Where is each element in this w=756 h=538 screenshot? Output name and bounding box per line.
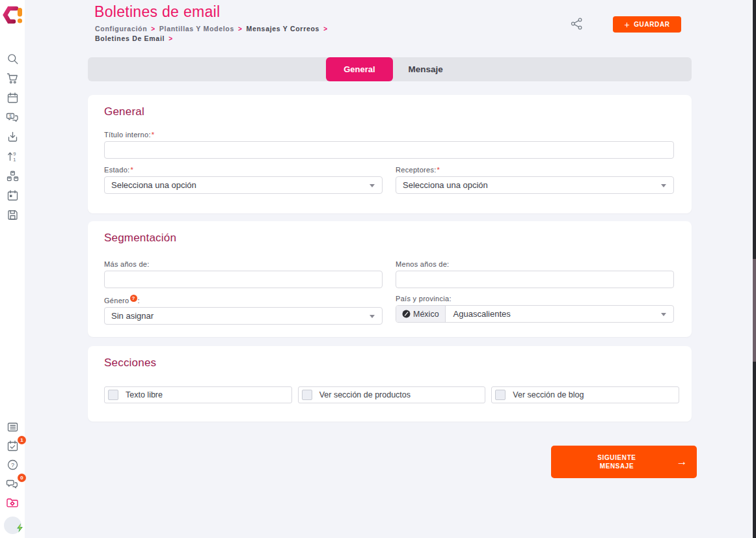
breadcrumb-plantillas[interactable]: Plantillas Y Modelos [159,25,234,33]
required-marker: * [130,166,133,174]
tasks-badge: 1 [18,436,26,444]
sidebar-nav-bottom: 1 ? 0 [0,420,25,534]
option-texto-libre[interactable]: Texto libre [104,386,292,403]
pais-provincia-label: País y provincia: [396,295,674,303]
checkbox[interactable] [495,390,506,400]
genero-label: Género?: [104,295,383,304]
caret-down-icon [370,184,375,187]
calendar-event-icon[interactable] [3,189,22,202]
arrow-right-icon: → [667,455,697,468]
svg-text:?: ? [10,461,14,468]
svg-text:1: 1 [13,156,16,162]
country-selector[interactable]: México [396,306,446,322]
secciones-card: Secciones Texto libre Ver sección de pro… [88,346,692,422]
download-icon[interactable] [3,130,22,143]
pais-provincia-group: México Aguascalientes [396,305,674,323]
cart-icon[interactable] [3,72,22,85]
secciones-heading: Secciones [104,356,692,370]
breadcrumb: Configuración>Plantillas Y Modelos>Mensa… [95,24,332,44]
user-status[interactable] [4,517,21,534]
checkbox[interactable] [108,390,118,400]
breadcrumb-boletines[interactable]: Boletines De Email [95,34,165,42]
chevron-right-icon: > [151,25,155,33]
plus-icon: + [624,20,630,29]
share-icon[interactable] [570,17,584,33]
tab-general[interactable]: General [326,57,392,81]
chevron-right-icon: > [323,25,328,33]
breadcrumb-configuracion[interactable]: Configuración [95,25,147,33]
checkbox[interactable] [302,390,312,400]
help-icon[interactable]: ? [3,458,22,471]
genero-select[interactable]: Sin asignar [104,307,383,325]
required-marker: * [152,131,155,139]
save-document-icon[interactable] [3,208,22,221]
mas-anos-input[interactable] [104,271,383,288]
save-button-label: GUARDAR [634,21,669,28]
caret-down-icon [661,184,666,187]
estado-label: Estado:* [104,166,383,174]
help-badge-icon[interactable]: ? [130,295,137,302]
chat-icon[interactable]: 0 [3,477,22,490]
receptores-select[interactable]: Selecciona una opción [396,176,674,194]
chat-badge: 0 [18,474,26,482]
page-title: Boletines de email [94,3,220,21]
general-card: General Título interno:* Estado:* Selecc… [88,95,692,213]
svg-text:$: $ [9,113,12,118]
segmentacion-card: Segmentación Más años de: Menos años de:… [88,221,692,337]
receptores-label: Receptores:* [396,166,674,174]
required-marker: * [437,166,440,174]
list-icon[interactable] [3,420,22,433]
calendar-icon[interactable] [3,91,22,104]
option-seccion-productos[interactable]: Ver sección de productos [298,386,486,403]
terminals-icon[interactable] [3,169,22,182]
breadcrumb-mensajes[interactable]: Mensajes Y Correos [247,25,320,33]
chevron-right-icon: > [238,25,243,33]
next-message-button[interactable]: SIGUIENTE MENSAJE → [551,446,697,478]
save-button[interactable]: + GUARDAR [613,16,681,33]
mas-anos-label: Más años de: [104,260,383,268]
scrollbar-track[interactable] [753,0,756,538]
titulo-interno-input[interactable] [104,141,674,159]
chat-money-icon[interactable]: $ [3,111,22,124]
segmentacion-heading: Segmentación [104,232,692,245]
caret-down-icon [661,313,666,316]
caret-down-icon [370,315,375,318]
chevron-right-icon: > [169,35,173,42]
general-heading: General [104,105,692,118]
menos-anos-label: Menos años de: [396,260,674,268]
folder-settings-icon[interactable] [3,496,22,509]
provincia-select[interactable]: Aguascalientes [446,306,673,322]
scrollbar-thumb[interactable] [753,259,756,362]
sort-numeric-icon[interactable]: 91 [3,150,22,163]
tab-mensaje[interactable]: Mensaje [398,64,453,74]
estado-select[interactable]: Selecciona una opción [104,176,383,194]
search-icon[interactable] [3,52,22,65]
country-icon [402,310,411,318]
app-logo[interactable] [2,3,23,28]
option-seccion-blog[interactable]: Ver sección de blog [491,386,679,403]
sidebar: $ 91 1 ? 0 [0,0,25,538]
bolt-icon [16,523,24,535]
menos-anos-input[interactable] [396,271,674,288]
calendar-check-icon[interactable]: 1 [3,439,22,452]
titulo-interno-label: Título interno:* [104,131,674,139]
tab-bar: General Mensaje [88,57,692,81]
sidebar-nav-top: $ 91 [0,52,25,221]
